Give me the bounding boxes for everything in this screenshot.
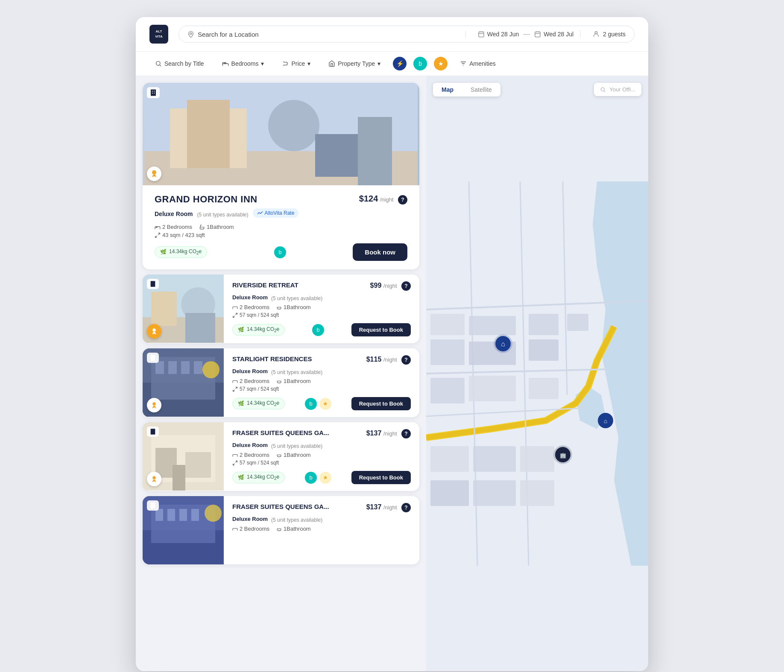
bathrooms-2: 1Bathroom: [276, 304, 311, 310]
map-search-placeholder: Your Offi...: [609, 86, 635, 93]
unit-types-3: (5 unit types available): [271, 369, 322, 375]
bed-meta-icon-1: [155, 224, 161, 230]
svg-point-43: [152, 402, 156, 406]
room-type-5: Deluxe Room: [232, 516, 268, 522]
svg-rect-81: [567, 314, 588, 331]
star-badge-3: ★: [319, 398, 331, 410]
main-content: GRAND HORIZON INN $124 /night ? Deluxe R…: [136, 76, 648, 671]
unit-types-1: (5 unit types available): [197, 212, 248, 218]
guests-selector[interactable]: 2 guests: [586, 31, 626, 38]
b-badge-2: b: [312, 324, 324, 336]
price-block-1: $124 /night ?: [359, 194, 407, 205]
tab-satellite[interactable]: Satellite: [462, 83, 500, 96]
svg-rect-15: [358, 117, 392, 185]
svg-rect-77: [469, 376, 516, 401]
svg-rect-18: [154, 91, 155, 92]
svg-point-6: [595, 32, 597, 34]
size-1: 43 sqm / 423 sqft: [155, 232, 205, 238]
date-range[interactable]: Wed 28 Jun — Wed 28 Jul: [471, 30, 581, 38]
size-4: 57 sqm / 524 sqft: [232, 460, 279, 466]
svg-line-23: [158, 233, 160, 234]
bathrooms-3: 1Bathroom: [276, 378, 311, 384]
altovita-rate-label: AltoVita Rate: [265, 210, 295, 216]
filter-property-label: Property Type: [338, 60, 375, 67]
svg-rect-38: [168, 361, 177, 374]
book-now-button-1[interactable]: Book now: [353, 243, 407, 261]
location-placeholder: Search for a Location: [198, 31, 259, 38]
filter-icon-gold[interactable]: ★: [434, 57, 448, 70]
room-type-1: Deluxe Room: [155, 210, 193, 217]
request-book-button-4[interactable]: Request to Book: [351, 471, 411, 484]
bed-icon-5: [232, 526, 238, 532]
property-name-3: STARLIGHT RESIDENCES: [232, 355, 312, 362]
svg-text:VITA: VITA: [155, 35, 163, 38]
map-search[interactable]: Your Offi...: [594, 83, 641, 96]
room-type-4: Deluxe Room: [232, 442, 268, 448]
tab-map[interactable]: Map: [433, 83, 462, 96]
request-book-button-2[interactable]: Request to Book: [351, 323, 411, 336]
location-search[interactable]: Search for a Location: [187, 31, 466, 38]
leaf-icon-1: 🌿: [160, 249, 167, 255]
bedrooms-1: 2 Bedrooms: [155, 224, 192, 230]
property-meta-1: 2 Bedrooms 1Bathroom: [155, 224, 407, 230]
price-unit-1: /night: [380, 196, 394, 203]
property-name-4: FRASER SUITES QUEENS GA...: [232, 429, 329, 436]
location-icon: [187, 31, 194, 38]
info-icon-4[interactable]: ?: [401, 429, 411, 438]
filter-price[interactable]: Price ▾: [276, 57, 316, 70]
request-book-button-3[interactable]: Request to Book: [351, 397, 411, 410]
leaf-icon-2: 🌿: [238, 327, 244, 333]
card-image-3: [143, 348, 224, 417]
price-unit-4: /night: [383, 430, 397, 437]
svg-line-45: [233, 389, 235, 391]
price-block-4: $137 /night ?: [366, 429, 411, 438]
filter-icon-teal[interactable]: b: [413, 57, 427, 70]
property-image-svg-1: [143, 83, 419, 185]
svg-rect-20: [154, 93, 155, 93]
info-icon-3[interactable]: ?: [401, 355, 411, 365]
card-badge-4: [147, 427, 159, 437]
altovita-rate-badge-1: AltoVita Rate: [253, 208, 299, 218]
price-2: $99: [370, 282, 382, 289]
svg-rect-83: [473, 446, 516, 472]
svg-rect-19: [152, 93, 153, 93]
size-meta-2: 57 sqm / 524 sqft: [232, 312, 411, 318]
filter-bedrooms[interactable]: Bedrooms ▾: [216, 57, 270, 70]
price-unit-5: /night: [383, 504, 397, 511]
info-icon-1[interactable]: ?: [398, 195, 407, 205]
unit-types-5: (5 unit types available): [271, 517, 322, 523]
filter-search-title[interactable]: Search by Title: [149, 57, 210, 70]
b-badge-1: b: [274, 246, 286, 258]
size-icon-1: [155, 232, 161, 238]
svg-point-64: [601, 88, 605, 91]
size-meta-3: 57 sqm / 524 sqft: [232, 386, 411, 392]
filter-amenities-label: Amenities: [469, 60, 495, 67]
bedrooms-3: 2 Bedrooms: [232, 378, 269, 384]
room-type-3: Deluxe Room: [232, 368, 268, 374]
svg-line-44: [236, 387, 237, 389]
svg-rect-49: [185, 452, 211, 478]
filter-amenities[interactable]: Amenities: [454, 57, 501, 70]
price-block-5: $137 /night ?: [366, 503, 411, 512]
map-pin-2: ⌂: [598, 413, 613, 428]
badge-icons-3: b ★: [305, 398, 331, 410]
eco-badge-1: 🌿 14.34kg CO2e: [155, 246, 207, 257]
card-header-2: RIVERSIDE RETREAT $99 /night ?: [232, 281, 411, 291]
logo[interactable]: ALT VITA: [149, 25, 168, 44]
award-icon-3: [150, 401, 158, 409]
svg-rect-30: [151, 281, 155, 286]
svg-rect-12: [187, 100, 230, 168]
guests-icon: [593, 31, 600, 38]
award-icon-2: [150, 327, 158, 335]
search-bar: Search for a Location Wed 28 Jun — Wed 2…: [178, 26, 635, 43]
card-footer-3: 🌿 14.34kg CO2e b ★ Request to Book: [232, 397, 411, 410]
card-badge-3: [147, 353, 159, 363]
bed-icon-3: [232, 378, 238, 384]
card-image-2: [143, 275, 224, 343]
info-icon-5[interactable]: ?: [401, 503, 411, 512]
price-chevron: ▾: [307, 60, 310, 67]
filter-property-type[interactable]: Property Type ▾: [323, 57, 386, 70]
filter-icon-blue[interactable]: ⚡: [393, 57, 407, 70]
building-icon-4: [149, 428, 156, 435]
info-icon-2[interactable]: ?: [401, 281, 411, 291]
